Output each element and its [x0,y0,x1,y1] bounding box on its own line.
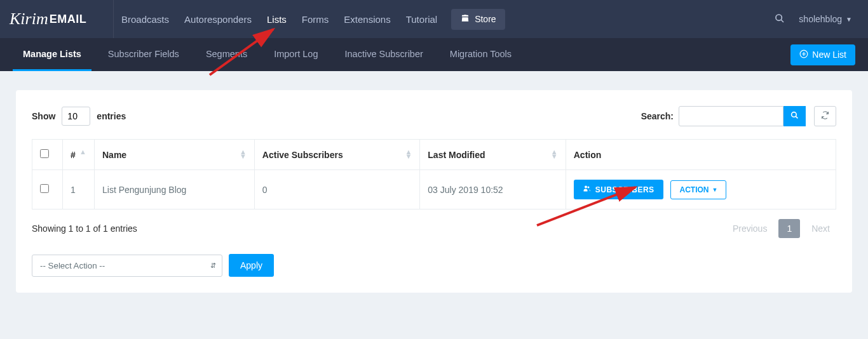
brand-logo[interactable]: KirimEMAIL [0,10,113,29]
search-label: Search: [641,111,674,121]
refresh-button[interactable] [814,106,836,126]
tab-subscriber-fields[interactable]: Subscriber Fields [98,38,189,71]
svg-point-0 [776,15,782,20]
search-button[interactable] [783,106,806,126]
nav-broadcasts[interactable]: Broadcasts [114,0,177,38]
tab-manage-lists[interactable]: Manage Lists [13,38,92,71]
th-number[interactable]: #▲ [63,140,95,170]
search-input[interactable] [679,106,783,126]
tab-segments[interactable]: Segments [196,38,257,71]
entries-info: Showing 1 to 1 of 1 entries [32,223,137,234]
table-row: 1 List Pengunjung Blog 0 03 July 2019 10… [32,170,836,209]
th-active-subscribers[interactable]: Active Subscribers▲▼ [254,140,419,170]
select-all-checkbox[interactable] [40,149,49,158]
th-action: Action [566,140,836,170]
svg-line-4 [796,116,797,118]
svg-line-1 [781,20,783,22]
store-icon [460,14,470,25]
svg-point-6 [587,187,589,189]
tab-migration-tools[interactable]: Migration Tools [440,38,522,71]
svg-point-5 [585,186,587,189]
nav-tutorial[interactable]: Tutorial [398,0,445,38]
cell-num: 1 [63,170,95,209]
user-menu[interactable]: sholehblog ▼ [799,14,852,24]
entries-label: entries [97,111,126,121]
th-last-modified[interactable]: Last Modified▲▼ [420,140,566,170]
nav-forms[interactable]: Forms [294,0,337,38]
plus-circle-icon [799,50,808,60]
svg-point-3 [792,112,797,117]
bulk-action-select[interactable]: -- Select Action -- [32,255,222,277]
search-icon[interactable] [775,13,785,25]
subscribers-button[interactable]: SUBSCRIBERS [574,180,663,199]
page-1[interactable]: 1 [778,219,800,238]
cell-name: List Pengunjung Blog [95,170,255,209]
nav-extensions[interactable]: Extensions [336,0,398,38]
cell-last-modified: 03 July 2019 10:52 [420,170,566,209]
nav-autoresponders[interactable]: Autoresponders [177,0,259,38]
action-dropdown-button[interactable]: ACTION ▼ [670,180,726,199]
row-checkbox[interactable] [40,184,49,193]
tab-inactive-subscriber[interactable]: Inactive Subscriber [335,38,433,71]
entries-count-input[interactable] [62,107,90,126]
new-list-button[interactable]: New List [790,44,855,65]
next-page[interactable]: Next [805,220,836,237]
tab-import-log[interactable]: Import Log [264,38,328,71]
nav-lists[interactable]: Lists [259,0,294,38]
cell-active-subscribers: 0 [254,170,419,209]
apply-button[interactable]: Apply [229,254,274,277]
th-name[interactable]: Name▲▼ [95,140,255,170]
store-button[interactable]: Store [451,9,505,30]
show-label: Show [32,111,55,121]
chevron-down-icon: ▼ [846,16,852,23]
prev-page[interactable]: Previous [726,220,773,237]
caret-down-icon: ▼ [712,187,717,193]
users-icon [583,185,591,194]
